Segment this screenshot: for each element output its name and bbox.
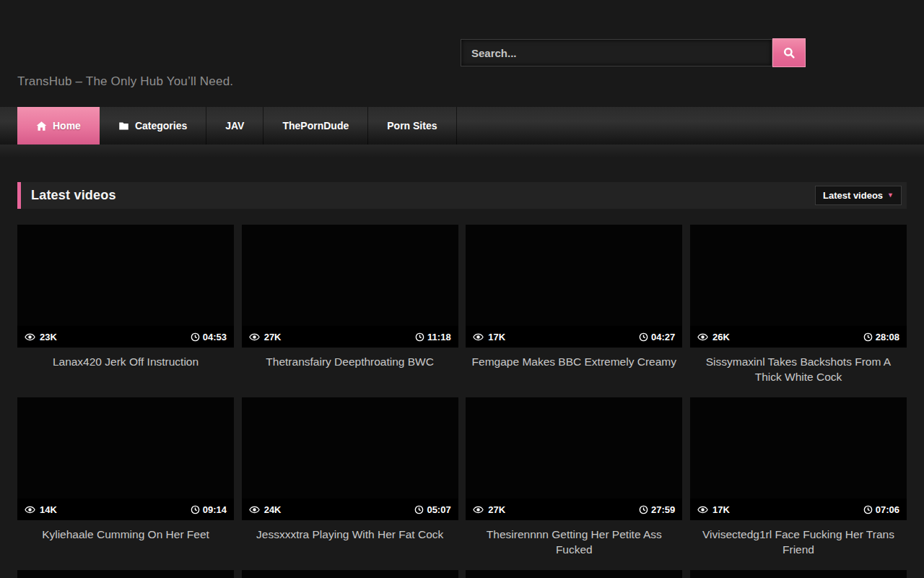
duration-text: 09:14 (203, 504, 227, 515)
video-card[interactable] (690, 570, 907, 578)
view-count: 24K (264, 504, 282, 515)
eye-icon (473, 332, 484, 342)
video-meta: 24K 05:07 (242, 499, 458, 520)
clock-icon (191, 505, 200, 514)
video-thumbnail[interactable] (690, 570, 907, 578)
duration-text: 11:18 (427, 332, 451, 342)
video-title[interactable]: Vivisectedg1rl Face Fucking Her Trans Fr… (690, 527, 907, 557)
duration: 28:08 (863, 332, 899, 342)
video-card[interactable]: 14K 09:14 Kyliehaale Cumming On Her Feet (17, 397, 234, 557)
duration: 09:14 (191, 504, 227, 515)
video-meta: 27K 11:18 (242, 326, 458, 348)
nav-item-jav[interactable]: JAV (206, 107, 263, 144)
video-thumbnail[interactable]: 17K 07:06 (690, 397, 907, 520)
section-header: Latest videos Latest videos ▼ (17, 182, 907, 209)
views: 26K (697, 332, 730, 342)
video-title[interactable]: Lanax420 Jerk Off Instruction (17, 354, 234, 384)
duration-text: 04:27 (651, 332, 675, 342)
views: 23K (25, 332, 57, 342)
page: TransHub – The Only Hub You’ll Need. Hom… (0, 0, 924, 578)
duration: 04:27 (639, 332, 675, 342)
video-thumbnail[interactable] (17, 570, 234, 578)
search-input[interactable] (461, 39, 772, 66)
section-title: Latest videos (31, 188, 116, 203)
video-thumbnail[interactable]: 27K 11:18 (242, 225, 458, 348)
video-thumbnail[interactable]: 14K 09:14 (17, 397, 234, 520)
video-card[interactable] (466, 570, 682, 578)
clock-icon (191, 332, 200, 342)
eye-icon (249, 332, 260, 342)
video-card[interactable] (242, 570, 458, 578)
search-icon (783, 46, 796, 59)
video-title[interactable]: Femgape Makes BBC Extremely Creamy (466, 354, 682, 384)
nav-item-categories[interactable]: Categories (100, 107, 206, 144)
nav-item-theporndude[interactable]: ThePornDude (263, 107, 368, 144)
views: 17K (473, 332, 505, 342)
video-card[interactable] (17, 570, 234, 578)
video-thumbnail[interactable]: 17K 04:27 (466, 225, 682, 348)
clock-icon (414, 505, 424, 514)
nav-item-home[interactable]: Home (17, 107, 100, 144)
video-card[interactable]: 23K 04:53 Lanax420 Jerk Off Instruction (17, 225, 234, 384)
video-title[interactable]: Thesirennnn Getting Her Petite Ass Fucke… (466, 527, 682, 557)
eye-icon (473, 504, 484, 515)
video-meta: 17K 07:06 (690, 499, 907, 520)
nav-shadow (0, 144, 924, 158)
duration: 05:07 (414, 504, 450, 515)
video-meta: 17K 04:27 (466, 326, 682, 348)
nav-item-label: Porn Sites (387, 120, 437, 131)
video-thumbnail[interactable]: 27K 27:59 (466, 397, 682, 520)
video-card[interactable]: 17K 07:06 Vivisectedg1rl Face Fucking He… (690, 397, 907, 557)
video-meta: 27K 27:59 (466, 499, 682, 520)
video-card[interactable]: 26K 28:08 Sissymaxinl Takes Backshots Fr… (690, 225, 907, 384)
nav-item-label: Categories (135, 120, 187, 131)
video-thumbnail[interactable]: 26K 28:08 (690, 225, 907, 348)
duration: 07:06 (863, 504, 899, 515)
eye-icon (697, 504, 708, 515)
clock-icon (639, 332, 648, 342)
search-button[interactable] (772, 38, 806, 67)
nav-item-porn-sites[interactable]: Porn Sites (368, 107, 456, 144)
views: 24K (249, 504, 282, 515)
video-thumbnail[interactable]: 24K 05:07 (242, 397, 458, 520)
view-count: 17K (488, 332, 505, 342)
duration-text: 28:08 (876, 332, 899, 342)
video-title[interactable]: Thetransfairy Deepthroating BWC (242, 354, 458, 384)
duration: 04:53 (191, 332, 227, 342)
chevron-down-icon: ▼ (887, 192, 894, 199)
video-meta: 23K 04:53 (17, 326, 234, 348)
video-title[interactable]: Jessxxxtra Playing With Her Fat Cock (242, 527, 458, 557)
duration: 11:18 (415, 332, 451, 342)
video-card[interactable]: 17K 04:27 Femgape Makes BBC Extremely Cr… (466, 225, 682, 384)
eye-icon (249, 504, 260, 515)
duration-text: 27:59 (651, 504, 675, 515)
view-count: 14K (40, 504, 57, 515)
sort-dropdown-label: Latest videos (823, 190, 883, 201)
video-card[interactable]: 24K 05:07 Jessxxxtra Playing With Her Fa… (242, 397, 458, 557)
views: 27K (249, 332, 282, 342)
nav-item-label: ThePornDude (282, 120, 349, 131)
sort-dropdown[interactable]: Latest videos ▼ (815, 186, 902, 205)
video-grid: 23K 04:53 Lanax420 Jerk Off Instruction (17, 225, 907, 578)
duration-text: 04:53 (203, 332, 227, 342)
clock-icon (863, 332, 873, 342)
video-thumbnail[interactable] (466, 570, 682, 578)
video-thumbnail[interactable]: 23K 04:53 (17, 225, 234, 348)
video-thumbnail[interactable] (242, 570, 458, 578)
video-card[interactable]: 27K 11:18 Thetransfairy Deepthroating BW… (242, 225, 458, 384)
clock-icon (639, 505, 648, 514)
eye-icon (697, 332, 708, 342)
clock-icon (415, 332, 424, 342)
main-content: Latest videos Latest videos ▼ 23K (17, 182, 907, 578)
clock-icon (863, 505, 873, 514)
video-title[interactable]: Kyliehaale Cumming On Her Feet (17, 527, 234, 557)
nav-item-label: Home (53, 120, 81, 131)
video-title[interactable]: Sissymaxinl Takes Backshots From A Thick… (690, 354, 907, 384)
video-meta: 26K 28:08 (690, 326, 907, 348)
home-icon (36, 121, 47, 131)
duration-text: 07:06 (876, 504, 899, 515)
views: 27K (473, 504, 505, 515)
duration-text: 05:07 (427, 504, 450, 515)
video-card[interactable]: 27K 27:59 Thesirennnn Getting Her Petite… (466, 397, 682, 557)
eye-icon (25, 504, 35, 515)
